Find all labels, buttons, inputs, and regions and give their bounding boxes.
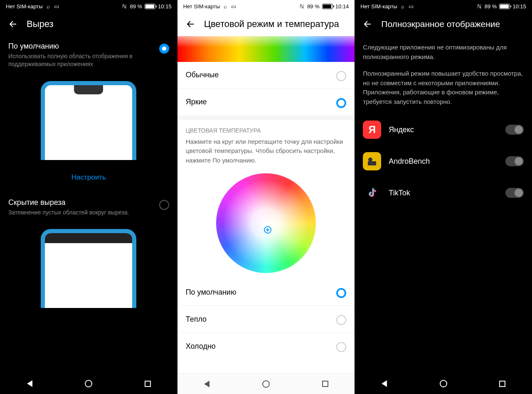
nav-back-icon[interactable] xyxy=(202,379,212,389)
preset-default-row[interactable]: По умолчанию xyxy=(177,279,355,306)
app-row-tiktok: TikTok xyxy=(355,177,532,209)
nfc-icon: ▭ xyxy=(231,3,236,9)
app-icon-tiktok xyxy=(363,184,381,202)
screen-color-mode: Нет SIM-карты ⌕ ▭ ℕ 89 % 10:14 Цветовой … xyxy=(177,0,355,394)
nfc2-icon: ℕ xyxy=(299,3,305,9)
preset-label: По умолчанию xyxy=(186,288,236,297)
svg-rect-0 xyxy=(368,161,376,165)
option-desc: Затемнение пустых областей вокруг выреза… xyxy=(8,209,153,217)
screen-notch: Нет SIM-карты ⌕ ▭ ℕ 89 % 10:15 Вырез По … xyxy=(0,0,177,394)
sim-status: Нет SIM-карты xyxy=(183,3,220,10)
page-title: Полноэкранное отображение xyxy=(381,18,500,30)
preset-label: Холодно xyxy=(186,342,216,351)
toggle-off[interactable] xyxy=(505,188,524,198)
color-wheel-cursor[interactable] xyxy=(264,226,271,234)
sim-icon: ⌕ xyxy=(400,3,406,9)
mode-normal-row[interactable]: Обычные xyxy=(177,62,355,89)
mode-vivid-row[interactable]: Яркие xyxy=(177,89,355,116)
battery-icon xyxy=(322,4,333,9)
navbar xyxy=(177,373,355,394)
sim-status: Нет SIM-карты xyxy=(6,3,43,10)
nfc-icon: ▭ xyxy=(408,3,414,9)
sim-icon: ⌕ xyxy=(45,3,51,9)
nav-back-icon[interactable] xyxy=(25,379,34,388)
nav-home-icon[interactable] xyxy=(261,379,271,389)
notch-preview-hidden xyxy=(41,229,136,308)
statusbar: Нет SIM-карты ⌕ ▭ ℕ 89 % 10:15 xyxy=(0,0,177,12)
toggle-off[interactable] xyxy=(505,125,524,135)
clock: 10:15 xyxy=(158,3,172,10)
app-name: AndroBench xyxy=(389,157,498,166)
info-text-1: Следующие приложения не оптимизированы д… xyxy=(355,35,532,69)
clock: 10:14 xyxy=(335,3,349,10)
radio-unselected[interactable] xyxy=(336,315,346,325)
app-row-androbench: AndroBench xyxy=(355,145,532,177)
page-title: Цветовой режим и температура xyxy=(204,18,339,30)
sim-icon: ⌕ xyxy=(222,3,228,9)
section-divider xyxy=(177,116,355,120)
statusbar: Нет SIM-карты ⌕ ▭ ℕ 89 % 10:15 xyxy=(355,0,532,12)
nfc-icon: ▭ xyxy=(54,3,59,9)
info-text-2: Полноэкранный режим повышает удобство пр… xyxy=(355,69,532,114)
back-button[interactable] xyxy=(186,19,196,29)
mode-label: Обычные xyxy=(186,71,219,79)
radio-unselected[interactable] xyxy=(336,342,346,352)
nav-recent-icon[interactable] xyxy=(320,379,330,389)
app-row-yandex: Я Яндекс xyxy=(355,114,532,145)
nfc2-icon: ℕ xyxy=(121,3,127,9)
battery-percent: 89 % xyxy=(485,3,497,10)
header: Полноэкранное отображение xyxy=(355,12,532,35)
back-button[interactable] xyxy=(363,19,373,29)
back-button[interactable] xyxy=(8,19,18,29)
statusbar: Нет SIM-карты ⌕ ▭ ℕ 89 % 10:14 xyxy=(177,0,355,12)
notch-preview-default xyxy=(41,81,136,160)
navbar xyxy=(355,373,532,394)
nav-back-icon[interactable] xyxy=(379,379,389,388)
app-icon-yandex: Я xyxy=(363,121,381,139)
header: Цветовой режим и температура xyxy=(177,12,355,36)
svg-point-1 xyxy=(368,158,372,162)
nav-recent-icon[interactable] xyxy=(143,379,153,388)
radio-selected[interactable] xyxy=(336,288,346,298)
nav-recent-icon[interactable] xyxy=(498,379,507,388)
page-title: Вырез xyxy=(27,18,54,30)
section-desc: Нажмите на круг или перетащите точку для… xyxy=(177,137,355,170)
app-name: TikTok xyxy=(389,189,498,197)
color-wheel[interactable] xyxy=(216,173,316,273)
section-title: ЦВЕТОВАЯ ТЕМПЕРАТУРА xyxy=(177,120,355,137)
sim-status: Нет SIM-карты xyxy=(360,3,397,10)
battery-icon xyxy=(499,4,510,9)
mode-label: Яркие xyxy=(186,98,207,106)
navbar xyxy=(0,373,177,394)
option-title: По умолчанию xyxy=(8,42,153,51)
battery-percent: 89 % xyxy=(307,3,320,10)
header: Вырез xyxy=(0,12,177,36)
color-wheel-container xyxy=(177,170,355,279)
radio-unselected[interactable] xyxy=(336,71,346,81)
nav-home-icon[interactable] xyxy=(84,379,93,388)
radio-selected[interactable] xyxy=(336,98,346,108)
option-title: Скрытие выреза xyxy=(8,198,153,207)
option-desc: Использовать полную область отображения … xyxy=(8,52,153,69)
rainbow-banner xyxy=(177,36,355,62)
option-default[interactable]: По умолчанию Использовать полную область… xyxy=(0,36,177,74)
customize-button[interactable]: Настроить xyxy=(0,167,177,192)
app-name: Яндекс xyxy=(389,126,498,134)
preset-label: Тепло xyxy=(186,315,207,324)
preset-warm-row[interactable]: Тепло xyxy=(177,306,355,333)
preset-cold-row[interactable]: Холодно xyxy=(177,333,355,360)
screen-fullscreen-apps: Нет SIM-карты ⌕ ▭ ℕ 89 % 10:15 Полноэкра… xyxy=(355,0,532,394)
option-hide-notch[interactable]: Скрытие выреза Затемнение пустых областе… xyxy=(0,192,177,223)
radio-selected[interactable] xyxy=(159,44,169,54)
radio-unselected[interactable] xyxy=(159,200,169,210)
battery-percent: 89 % xyxy=(130,3,142,10)
nav-home-icon[interactable] xyxy=(439,379,448,388)
clock: 10:15 xyxy=(512,3,526,10)
toggle-off[interactable] xyxy=(505,156,524,166)
app-icon-androbench xyxy=(363,152,381,170)
nfc2-icon: ℕ xyxy=(476,3,482,9)
battery-icon xyxy=(145,4,155,9)
